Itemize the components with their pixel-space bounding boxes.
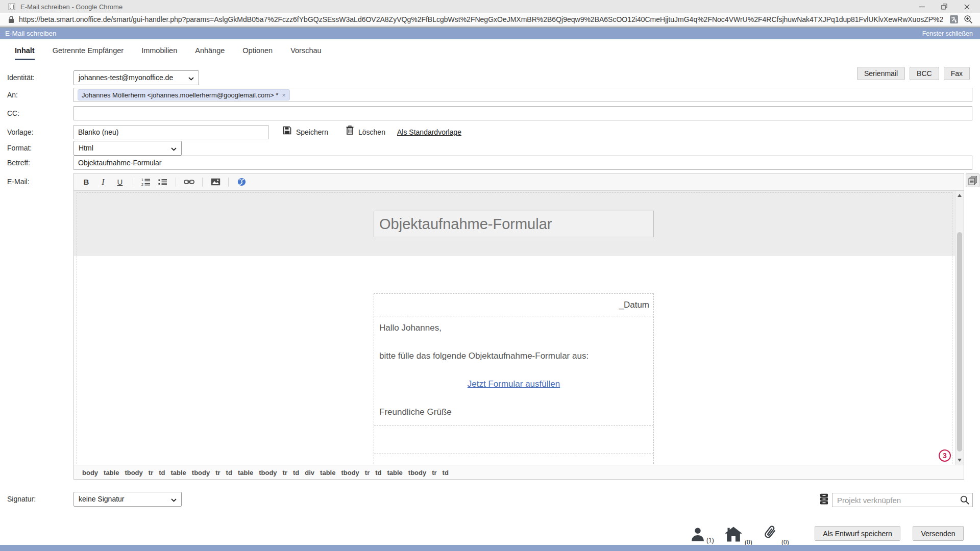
toolbar-separator [176, 178, 176, 187]
path-item[interactable]: tbody [259, 469, 277, 477]
toolbar-separator [133, 178, 133, 187]
path-item[interactable]: table [387, 469, 402, 477]
cc-input[interactable] [74, 106, 972, 120]
search-icon[interactable] [960, 495, 969, 507]
format-label: Format: [7, 144, 32, 152]
italic-icon[interactable]: I [98, 177, 108, 188]
path-item[interactable]: td [159, 469, 165, 477]
footer-bar [0, 545, 980, 551]
email-editor: B I U 12 [74, 173, 964, 480]
template-input[interactable] [74, 125, 268, 139]
send-button[interactable]: Versenden [913, 526, 964, 541]
recipients-count: (1) [706, 537, 714, 544]
url-text[interactable]: https://beta.smart.onoffice.de/smart/gui… [19, 15, 943, 23]
translate-icon[interactable] [949, 15, 959, 26]
pages-icon[interactable] [966, 173, 979, 187]
subject-input[interactable] [74, 156, 972, 170]
trash-icon[interactable] [346, 126, 354, 137]
email-title[interactable]: Objektaufnahme-Formular [374, 211, 654, 237]
path-item[interactable]: td [293, 469, 299, 477]
path-item[interactable]: body [82, 469, 98, 477]
path-item[interactable]: div [305, 469, 314, 477]
link-icon[interactable] [184, 177, 194, 188]
delete-template-button[interactable]: Löschen [358, 128, 385, 136]
path-item[interactable]: tr [215, 469, 220, 477]
bcc-button[interactable]: BCC [910, 67, 939, 80]
globe-icon[interactable] [236, 177, 247, 188]
path-item[interactable]: td [226, 469, 232, 477]
path-item[interactable]: td [375, 469, 381, 477]
recipient-chip-label: Johannes Möllerherm <johannes.moellerher… [82, 91, 278, 99]
chevron-down-icon [171, 498, 177, 502]
attachments-icon[interactable] [759, 522, 779, 544]
email-table[interactable]: _Datum Hallo Johannes, bitte fülle das f… [374, 293, 654, 465]
zoom-icon[interactable] [964, 15, 973, 26]
body-cell[interactable]: Hallo Johannes, bitte fülle das folgende… [374, 316, 653, 426]
project-cabinet-icon[interactable] [820, 493, 828, 507]
path-item[interactable]: tbody [192, 469, 210, 477]
recipients-icon[interactable] [690, 527, 705, 544]
path-item[interactable]: table [104, 469, 119, 477]
cc-label: CC: [7, 109, 19, 117]
to-field[interactable]: Johannes Möllerherm <johannes.moellerher… [74, 88, 972, 102]
path-item[interactable]: table [320, 469, 335, 477]
path-item[interactable]: td [443, 469, 449, 477]
close-window-link[interactable]: Fenster schließen [922, 30, 973, 37]
format-select[interactable]: Html [74, 141, 182, 156]
email-body-canvas[interactable]: Objektaufnahme-Formular _Datum Hallo Joh… [74, 191, 955, 465]
chip-remove-icon[interactable]: × [282, 91, 286, 99]
svg-text:1: 1 [141, 178, 143, 182]
scrollbar-thumb[interactable] [957, 232, 962, 452]
tab-vorschau[interactable]: Vorschau [290, 46, 321, 59]
tab-getrennte-empfaenger[interactable]: Getrennte Empfänger [53, 46, 124, 59]
path-item[interactable]: tr [283, 469, 287, 477]
path-item[interactable]: tbody [125, 469, 142, 477]
path-item[interactable]: tbody [408, 469, 426, 477]
underline-icon[interactable]: U [115, 177, 125, 188]
default-template-link[interactable]: Als Standardvorlage [397, 128, 461, 136]
toolbar-separator [202, 178, 203, 187]
estates-icon[interactable] [725, 527, 742, 544]
chevron-down-icon [171, 147, 177, 151]
lock-icon[interactable] [8, 15, 14, 26]
path-item[interactable]: table [170, 469, 186, 477]
editor-body: Objektaufnahme-Formular _Datum Hallo Joh… [74, 191, 964, 465]
editor-toolbar: B I U 12 [74, 173, 964, 191]
empty-cell[interactable] [374, 454, 653, 465]
path-item[interactable]: tbody [341, 469, 359, 477]
signature-label: Signatur: [7, 495, 36, 503]
path-item[interactable]: tr [365, 469, 370, 477]
empty-cell[interactable] [374, 426, 653, 454]
path-item[interactable]: tr [432, 469, 436, 477]
identity-select[interactable]: johannes-test@myonoffice.de [74, 70, 199, 85]
serienmail-button[interactable]: Serienmail [857, 67, 905, 80]
signature-select[interactable]: keine Signatur [74, 492, 182, 507]
fax-button[interactable]: Fax [944, 67, 970, 80]
tab-immobilien[interactable]: Immobilien [141, 46, 177, 59]
app-favicon-icon [8, 3, 15, 10]
save-template-button[interactable]: Speichern [296, 128, 328, 136]
scroll-up-icon[interactable] [955, 191, 964, 199]
tab-optionen[interactable]: Optionen [242, 46, 273, 59]
image-icon[interactable] [210, 177, 220, 188]
recipient-chip[interactable]: Johannes Möllerherm <johannes.moellerher… [78, 89, 290, 101]
path-item[interactable]: table [238, 469, 253, 477]
url-bar[interactable]: https://beta.smart.onoffice.de/smart/gui… [0, 14, 980, 25]
path-item[interactable]: tr [149, 469, 153, 477]
identity-label: Identität: [7, 73, 35, 82]
close-icon[interactable] [958, 0, 976, 13]
save-draft-button[interactable]: Als Entwurf speichern [815, 526, 900, 541]
bold-icon[interactable]: B [81, 177, 91, 188]
project-search-input[interactable] [832, 493, 973, 507]
form-link[interactable]: Jetzt Formular ausfüllen [468, 379, 560, 389]
bullet-list-icon[interactable] [158, 177, 168, 188]
date-cell[interactable]: _Datum [374, 294, 653, 316]
editor-scrollbar[interactable] [955, 191, 964, 465]
save-icon[interactable] [283, 126, 291, 137]
restore-icon[interactable] [935, 0, 953, 13]
ordered-list-icon[interactable]: 12 [141, 177, 151, 188]
tab-anhaenge[interactable]: Anhänge [195, 46, 225, 59]
minimize-icon[interactable] [913, 0, 931, 13]
scroll-down-icon[interactable] [955, 456, 964, 464]
tab-inhalt[interactable]: Inhalt [15, 46, 35, 60]
